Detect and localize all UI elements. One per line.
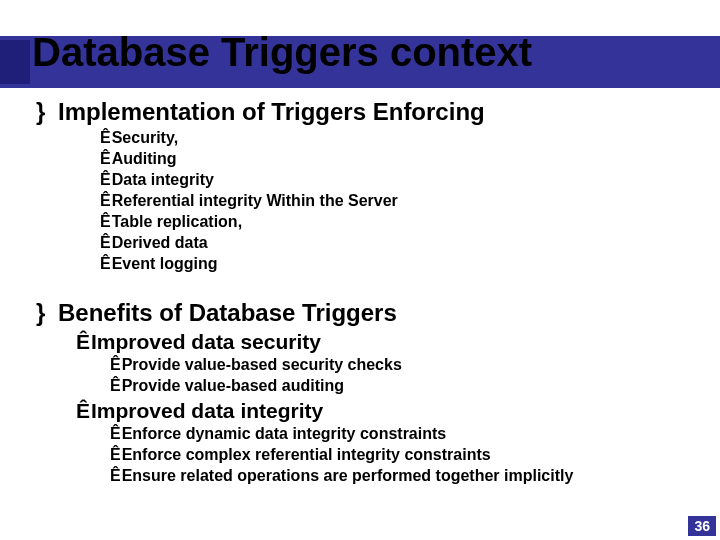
arrow-icon: Ê	[100, 213, 111, 230]
list-item: ÊProvide value-based auditing	[110, 376, 710, 396]
arrow-icon: Ê	[110, 377, 121, 394]
arrow-icon: Ê	[100, 192, 111, 209]
bullet-icon: }	[36, 299, 58, 327]
page-number: 36	[688, 516, 716, 536]
arrow-icon: Ê	[100, 234, 111, 251]
arrow-icon: Ê	[100, 129, 111, 146]
list-item: ÊEnforce dynamic data integrity constrai…	[110, 424, 710, 444]
arrow-icon: Ê	[100, 171, 111, 188]
item-text: Event logging	[112, 255, 218, 272]
slide: Database Triggers context }Implementatio…	[0, 0, 720, 540]
arrow-icon: Ê	[110, 356, 121, 373]
list-item: ÊEnsure related operations are performed…	[110, 466, 710, 486]
content-area: }Implementation of Triggers Enforcing ÊS…	[36, 92, 710, 487]
list-item: ÊProvide value-based security checks	[110, 355, 710, 375]
item-text: Enforce complex referential integrity co…	[122, 446, 491, 463]
arrow-icon: Ê	[76, 330, 90, 353]
item-text: Enforce dynamic data integrity constrain…	[122, 425, 447, 442]
item-text: Table replication,	[112, 213, 242, 230]
list-item: ÊSecurity,	[100, 128, 710, 148]
list-item: ÊEnforce complex referential integrity c…	[110, 445, 710, 465]
arrow-icon: Ê	[76, 399, 90, 422]
list-item: ÊData integrity	[100, 170, 710, 190]
item-text: Provide value-based security checks	[122, 356, 402, 373]
arrow-icon: Ê	[110, 467, 121, 484]
subsection-heading: ÊImproved data integrity	[76, 398, 710, 423]
item-text: Provide value-based auditing	[122, 377, 344, 394]
item-text: Ensure related operations are performed …	[122, 467, 574, 484]
section-heading: }Implementation of Triggers Enforcing	[36, 98, 710, 126]
subsection-heading: ÊImproved data security	[76, 329, 710, 354]
bullet-icon: }	[36, 98, 58, 126]
arrow-icon: Ê	[100, 255, 111, 272]
section-heading: }Benefits of Database Triggers	[36, 299, 710, 327]
arrow-icon: Ê	[110, 446, 121, 463]
list-item: ÊDerived data	[100, 233, 710, 253]
spacer	[36, 275, 710, 293]
item-text: Security,	[112, 129, 178, 146]
subsection-text: Improved data integrity	[91, 399, 323, 422]
subsection-text: Improved data security	[91, 330, 321, 353]
list-item: ÊTable replication,	[100, 212, 710, 232]
list-item: ÊAuditing	[100, 149, 710, 169]
item-text: Auditing	[112, 150, 177, 167]
header-accent	[0, 40, 30, 84]
item-text: Data integrity	[112, 171, 214, 188]
slide-title: Database Triggers context	[32, 30, 532, 74]
arrow-icon: Ê	[100, 150, 111, 167]
section-heading-text: Benefits of Database Triggers	[58, 299, 397, 326]
item-text: Referential integrity Within the Server	[112, 192, 398, 209]
arrow-icon: Ê	[110, 425, 121, 442]
section-heading-text: Implementation of Triggers Enforcing	[58, 98, 485, 125]
list-item: ÊReferential integrity Within the Server	[100, 191, 710, 211]
list-item: ÊEvent logging	[100, 254, 710, 274]
item-text: Derived data	[112, 234, 208, 251]
